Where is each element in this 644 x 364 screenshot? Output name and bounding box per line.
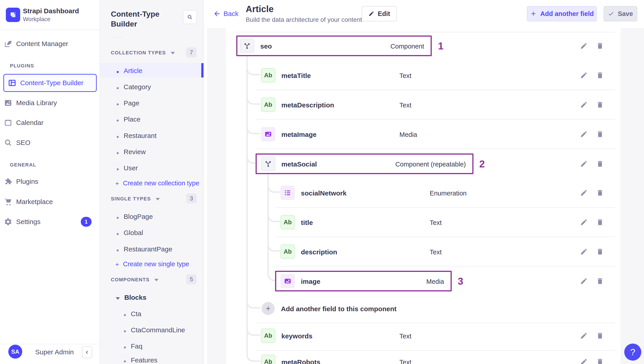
text-field-icon: Ab [280,215,295,229]
pencil-icon [580,160,588,168]
bullet-icon [117,136,119,138]
divider [111,37,122,38]
media-field-icon [261,127,275,141]
sidebar-item-restaurantpage[interactable]: RestaurantPage [117,245,172,253]
ctb-sidebar-title: Content-Type Builder [111,9,178,29]
trash-icon [596,358,604,364]
scroll-gutter [204,0,207,364]
add-field-to-component-label[interactable]: Add another field to this component [281,305,396,313]
delete-field-button[interactable] [596,277,604,286]
text-field-icon: Ab [280,245,295,259]
search-button[interactable] [183,10,197,24]
add-field-to-component-button[interactable] [262,302,275,315]
delete-field-button[interactable] [596,247,604,256]
edit-field-button[interactable] [580,188,588,197]
sidebar-item-cta[interactable]: Cta [124,310,141,318]
bullet-icon [117,71,119,73]
content-type-builder-icon [4,79,20,87]
save-button[interactable]: Save [604,6,637,21]
create-collection-type-link[interactable]: Create new collection type [114,179,199,187]
strapi-logo-icon[interactable] [6,8,20,22]
delete-field-button[interactable] [596,218,604,227]
delete-field-button[interactable] [596,130,604,139]
delete-field-button[interactable] [596,188,604,197]
delete-field-button[interactable] [596,71,604,80]
avatar[interactable]: SA [8,345,22,358]
sidebar-item-label: Plugins [16,178,38,185]
sidebar-item-content-manager[interactable]: Content Manager [0,36,100,52]
user-name: Super Admin [35,348,74,356]
pencil-icon [580,189,588,197]
sidebar-item-seo[interactable]: SEO [0,135,100,150]
collection-types-count: 7 [186,47,196,57]
sidebar-item-plugins[interactable]: Plugins [0,174,100,190]
plus-icon [530,10,537,17]
edit-field-button[interactable] [580,218,588,227]
chevron-down-icon [154,279,158,281]
arrow-left-icon [213,10,221,18]
enumeration-field-icon [280,186,295,200]
edit-field-button[interactable] [580,357,588,364]
sidebar-item-features[interactable]: Features [124,356,157,364]
edit-field-button[interactable] [580,277,588,286]
edit-field-button[interactable] [580,331,588,340]
edit-button[interactable]: Edit [362,6,397,21]
divider [256,323,615,323]
sidebar-item-faq[interactable]: Faq [124,342,142,350]
sidebar-item-content-type-builder[interactable]: Content-Type Builder [3,74,97,92]
sidebar-item-review[interactable]: Review [117,148,146,156]
field-name: description [301,248,337,256]
back-button[interactable]: Back [213,10,238,18]
collection-types-header[interactable]: COLLECTION TYPES [111,50,175,56]
help-button[interactable]: ? [624,343,641,361]
trash-icon [596,101,604,109]
edit-field-button[interactable] [580,159,588,168]
edit-field-button[interactable] [580,71,588,80]
components-count: 5 [186,274,196,284]
sidebar-group-blocks[interactable]: Blocks [116,294,146,301]
sidebar-item-calendar[interactable]: Calendar [0,115,100,130]
delete-field-button[interactable] [596,159,604,168]
components-header[interactable]: COMPONENTS [111,277,158,283]
edit-field-button[interactable] [580,100,588,109]
edit-field-button[interactable] [580,247,588,256]
add-another-field-button[interactable]: Add another field [527,6,597,21]
divider [235,32,615,32]
sidebar-item-article[interactable]: Article [117,67,142,75]
sidebar-item-label: Content-Type Builder [20,79,84,87]
single-types-header[interactable]: SINGLE TYPES [111,196,160,202]
field-type: Component [390,43,424,50]
sidebar-item-ctacommandline[interactable]: CtaCommandLine [124,326,185,334]
sidebar-item-page[interactable]: Page [117,99,139,107]
divider [276,266,615,266]
edit-field-button[interactable] [580,41,588,50]
media-field-icon [280,274,295,288]
pencil-icon [580,248,588,255]
delete-field-button[interactable] [596,357,604,364]
delete-field-button[interactable] [596,41,604,50]
create-single-type-link[interactable]: Create new single type [114,260,189,268]
sidebar-item-global[interactable]: Global [117,229,143,237]
divider [256,90,615,90]
delete-field-button[interactable] [596,100,604,109]
trash-icon [596,130,604,138]
sidebar-item-blogpage[interactable]: BlogPage [117,213,153,220]
collapse-sidebar-button[interactable] [82,346,92,358]
component-field-icon [261,157,275,171]
single-types-label: SINGLE TYPES [111,196,151,202]
sidebar-item-media-library[interactable]: Media Library [0,95,100,111]
trash-icon [596,189,604,197]
trash-icon [596,71,604,79]
delete-field-button[interactable] [596,331,604,340]
sidebar-item-place[interactable]: Place [117,115,140,123]
field-name: metaTitle [282,72,311,80]
sidebar-item-marketplace[interactable]: Marketplace [0,194,100,210]
app-title: Strapi Dashboard [23,7,79,15]
sidebar-item-category[interactable]: Category [117,83,151,91]
question-mark-icon: ? [630,347,635,357]
sidebar-item-restaurant[interactable]: Restaurant [117,132,156,139]
sidebar-item-user[interactable]: User [117,164,138,172]
field-type: Text [430,219,442,227]
edit-field-button[interactable] [580,130,588,139]
trash-icon [596,42,604,50]
